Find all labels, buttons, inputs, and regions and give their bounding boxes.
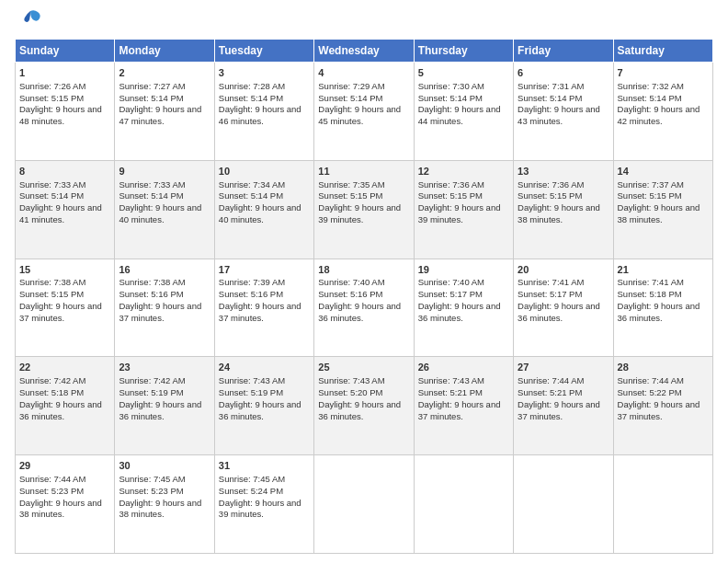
table-row: 7 Sunrise: 7:32 AM Sunset: 5:14 PM Dayli… [613, 63, 712, 161]
table-row: 4 Sunrise: 7:29 AM Sunset: 5:14 PM Dayli… [314, 63, 414, 161]
sunrise: Sunrise: 7:40 AM [318, 277, 384, 287]
day-number: 24 [219, 361, 310, 374]
daylight: Daylight: 9 hours and 36 minutes. [219, 399, 301, 421]
sunset: Sunset: 5:15 PM [19, 93, 84, 103]
table-row: 6 Sunrise: 7:31 AM Sunset: 5:14 PM Dayli… [514, 63, 613, 161]
sunrise: Sunrise: 7:28 AM [219, 81, 285, 91]
sunrise: Sunrise: 7:27 AM [119, 81, 185, 91]
table-row: 10 Sunrise: 7:34 AM Sunset: 5:14 PM Dayl… [214, 160, 313, 259]
sunset: Sunset: 5:16 PM [318, 289, 382, 299]
daylight: Daylight: 9 hours and 37 minutes. [618, 399, 700, 421]
table-row: 27 Sunrise: 7:44 AM Sunset: 5:21 PM Dayl… [514, 357, 613, 455]
sunrise: Sunrise: 7:37 AM [618, 179, 684, 190]
table-row: 1 Sunrise: 7:26 AM Sunset: 5:15 PM Dayli… [16, 63, 115, 161]
day-number: 22 [19, 361, 110, 374]
header [15, 15, 713, 29]
day-number: 30 [119, 459, 210, 473]
day-number: 28 [618, 361, 709, 374]
col-sunday: Sunday [16, 40, 115, 63]
sunset: Sunset: 5:14 PM [119, 93, 183, 103]
sunrise: Sunrise: 7:43 AM [418, 375, 484, 385]
page: Sunday Monday Tuesday Wednesday Thursday… [0, 0, 728, 563]
sunset: Sunset: 5:16 PM [219, 289, 283, 299]
day-number: 15 [19, 263, 110, 277]
sunset: Sunset: 5:14 PM [219, 93, 283, 103]
table-row: 2 Sunrise: 7:27 AM Sunset: 5:14 PM Dayli… [115, 63, 214, 161]
table-row [414, 455, 513, 554]
table-row: 14 Sunrise: 7:37 AM Sunset: 5:15 PM Dayl… [613, 160, 712, 259]
table-row: 9 Sunrise: 7:33 AM Sunset: 5:14 PM Dayli… [115, 160, 214, 259]
table-row: 21 Sunrise: 7:41 AM Sunset: 5:18 PM Dayl… [613, 259, 712, 357]
sunset: Sunset: 5:23 PM [119, 486, 183, 496]
day-number: 2 [119, 66, 210, 80]
sunset: Sunset: 5:15 PM [19, 289, 84, 299]
table-row: 18 Sunrise: 7:40 AM Sunset: 5:16 PM Dayl… [314, 259, 414, 357]
daylight: Daylight: 9 hours and 36 minutes. [618, 301, 700, 323]
sunset: Sunset: 5:14 PM [518, 93, 582, 103]
table-row: 22 Sunrise: 7:42 AM Sunset: 5:18 PM Dayl… [16, 357, 115, 455]
sunset: Sunset: 5:15 PM [618, 190, 682, 201]
daylight: Daylight: 9 hours and 40 minutes. [119, 202, 201, 224]
day-number: 31 [219, 459, 310, 473]
sunset: Sunset: 5:20 PM [318, 387, 382, 397]
logo-bird-icon [17, 9, 43, 29]
table-row: 15 Sunrise: 7:38 AM Sunset: 5:15 PM Dayl… [16, 259, 115, 357]
day-number: 27 [518, 361, 609, 374]
table-row [314, 455, 414, 554]
table-row: 16 Sunrise: 7:38 AM Sunset: 5:16 PM Dayl… [115, 259, 214, 357]
sunrise: Sunrise: 7:44 AM [19, 474, 85, 484]
day-number: 26 [418, 361, 509, 374]
sunset: Sunset: 5:14 PM [219, 190, 283, 201]
daylight: Daylight: 9 hours and 37 minutes. [119, 301, 201, 323]
sunset: Sunset: 5:15 PM [318, 190, 382, 201]
sunrise: Sunrise: 7:44 AM [518, 375, 584, 385]
sunrise: Sunrise: 7:45 AM [119, 474, 185, 484]
day-number: 21 [618, 263, 709, 277]
sunrise: Sunrise: 7:41 AM [618, 277, 684, 287]
table-row [514, 455, 613, 554]
daylight: Daylight: 9 hours and 38 minutes. [618, 202, 700, 224]
day-number: 23 [119, 361, 210, 374]
sunset: Sunset: 5:21 PM [418, 387, 483, 397]
day-number: 7 [618, 66, 709, 80]
sunrise: Sunrise: 7:41 AM [518, 277, 584, 287]
sunset: Sunset: 5:19 PM [119, 387, 183, 397]
col-monday: Monday [115, 40, 214, 63]
sunset: Sunset: 5:17 PM [418, 289, 483, 299]
table-row: 23 Sunrise: 7:42 AM Sunset: 5:19 PM Dayl… [115, 357, 214, 455]
calendar-header-row: Sunday Monday Tuesday Wednesday Thursday… [16, 40, 713, 63]
daylight: Daylight: 9 hours and 38 minutes. [518, 202, 600, 224]
daylight: Daylight: 9 hours and 36 minutes. [318, 399, 401, 421]
sunrise: Sunrise: 7:33 AM [19, 179, 85, 190]
daylight: Daylight: 9 hours and 36 minutes. [518, 301, 600, 323]
sunset: Sunset: 5:24 PM [219, 486, 283, 496]
sunrise: Sunrise: 7:44 AM [618, 375, 684, 385]
sunrise: Sunrise: 7:36 AM [518, 179, 584, 190]
daylight: Daylight: 9 hours and 38 minutes. [19, 498, 102, 520]
table-row: 5 Sunrise: 7:30 AM Sunset: 5:14 PM Dayli… [414, 63, 513, 161]
sunrise: Sunrise: 7:30 AM [418, 81, 484, 91]
day-number: 10 [219, 165, 310, 178]
table-row: 24 Sunrise: 7:43 AM Sunset: 5:19 PM Dayl… [214, 357, 313, 455]
daylight: Daylight: 9 hours and 44 minutes. [418, 104, 501, 126]
daylight: Daylight: 9 hours and 45 minutes. [318, 104, 401, 126]
calendar-week-row: 1 Sunrise: 7:26 AM Sunset: 5:15 PM Dayli… [16, 63, 713, 161]
daylight: Daylight: 9 hours and 42 minutes. [618, 104, 700, 126]
day-number: 5 [418, 66, 509, 80]
sunrise: Sunrise: 7:26 AM [19, 81, 85, 91]
table-row: 20 Sunrise: 7:41 AM Sunset: 5:17 PM Dayl… [514, 259, 613, 357]
day-number: 11 [318, 165, 409, 178]
calendar-week-row: 15 Sunrise: 7:38 AM Sunset: 5:15 PM Dayl… [16, 259, 713, 357]
day-number: 25 [318, 361, 409, 374]
calendar-table: Sunday Monday Tuesday Wednesday Thursday… [15, 39, 713, 554]
day-number: 14 [618, 165, 709, 178]
daylight: Daylight: 9 hours and 37 minutes. [518, 399, 600, 421]
col-friday: Friday [514, 40, 613, 63]
daylight: Daylight: 9 hours and 36 minutes. [418, 301, 501, 323]
table-row: 31 Sunrise: 7:45 AM Sunset: 5:24 PM Dayl… [214, 455, 313, 554]
sunset: Sunset: 5:17 PM [518, 289, 582, 299]
sunset: Sunset: 5:18 PM [618, 289, 682, 299]
table-row [613, 455, 712, 554]
table-row: 12 Sunrise: 7:36 AM Sunset: 5:15 PM Dayl… [414, 160, 513, 259]
sunset: Sunset: 5:14 PM [418, 93, 483, 103]
